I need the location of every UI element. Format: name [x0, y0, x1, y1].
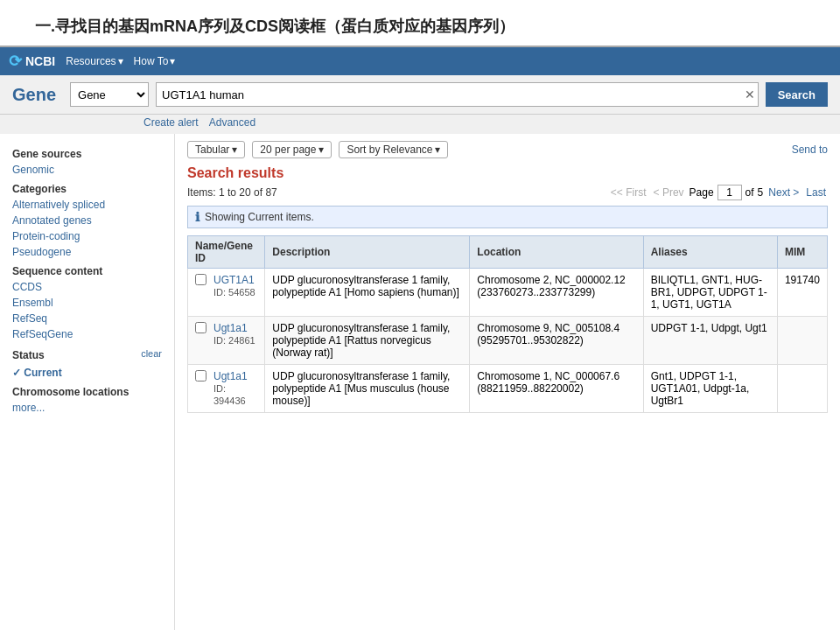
name-cell: Ugt1a1 ID: 24861: [188, 317, 265, 365]
sequence-content-title: Sequence content: [0, 260, 174, 279]
categories-title: Categories: [0, 178, 174, 197]
status-title: Status: [12, 344, 141, 363]
results-toolbar: Tabular ▾ 20 per page ▾ Sort by Relevanc…: [187, 141, 828, 158]
page-of: of: [746, 186, 754, 199]
sidebar-item-current[interactable]: ✓ Current: [0, 365, 174, 381]
search-clear-button[interactable]: ✕: [745, 88, 755, 102]
search-input[interactable]: [156, 82, 759, 107]
description-cell-0: UDP glucuronosyltransferase 1 family, po…: [265, 269, 470, 317]
chevron-down-icon: ▾: [170, 55, 175, 67]
main-layout: Gene sources Genomic Categories Alternat…: [0, 134, 840, 630]
search-links: Create alert Advanced: [0, 115, 840, 134]
status-row: Status clear: [0, 342, 174, 365]
pagination: << First < Prev Page of 5 Next > Last: [609, 185, 828, 200]
chevron-down-icon: ▾: [118, 55, 123, 67]
location-cell-0: Chromosome 2, NC_000002.12 (233760273..2…: [470, 269, 643, 317]
col-header-mim: MIM: [777, 236, 827, 269]
checkmark-icon: ✓: [12, 367, 24, 379]
table-row: UGT1A1 ID: 54658 UDP glucuronosyltransfe…: [188, 269, 828, 317]
row-checkbox-0[interactable]: [195, 274, 206, 285]
results-table: Name/Gene ID Description Location Aliase…: [187, 235, 828, 413]
table-row: Ugt1a1 ID: 24861 UDP glucuronosyltransfe…: [188, 317, 828, 365]
page-label: Page: [690, 186, 714, 199]
content-area: Tabular ▾ 20 per page ▾ Sort by Relevanc…: [175, 134, 840, 630]
top-annotation: 一.寻找目的基因mRNA序列及CDS阅读框（蛋白质对应的基因序列）: [0, 0, 840, 47]
name-cell: UGT1A1 ID: 54658: [188, 269, 265, 317]
sidebar: Gene sources Genomic Categories Alternat…: [0, 134, 175, 630]
col-header-name: Name/Gene ID: [188, 236, 265, 269]
chevron-down-icon: ▾: [318, 144, 324, 156]
aliases-cell-0: BILIQTL1, GNT1, HUG-BR1, UDPGT, UDPGT 1-…: [643, 269, 777, 317]
search-button[interactable]: Search: [766, 82, 828, 107]
ncbi-logo[interactable]: ⟳ NCBI: [9, 52, 55, 71]
sidebar-item-alternatively-spliced[interactable]: Alternatively spliced: [0, 197, 174, 213]
page-total: 5: [758, 186, 764, 199]
aliases-cell-1: UDPGT 1-1, Udpgt, Ugt1: [643, 317, 777, 365]
mim-cell-0: 191740: [777, 269, 827, 317]
showing-text: Showing Current items.: [205, 211, 314, 223]
chromosome-locations-title: Chromosome locations: [0, 381, 174, 400]
row-checkbox-2[interactable]: [195, 370, 206, 382]
per-page-button[interactable]: 20 per page ▾: [252, 141, 332, 158]
aliases-cell-2: Gnt1, UDPGT 1-1, UGT1A01, Udpgt-1a, UgtB…: [643, 365, 777, 413]
gene-id-2: ID: 394436: [214, 383, 246, 406]
last-page-button[interactable]: Last: [804, 186, 828, 199]
row-checkbox-1[interactable]: [195, 322, 206, 333]
sidebar-item-ensembl[interactable]: Ensembl: [0, 295, 174, 311]
tabular-button[interactable]: Tabular ▾: [187, 141, 245, 158]
name-cell: Ugt1a1 ID: 394436: [188, 365, 265, 413]
sidebar-item-refseqgene[interactable]: RefSeqGene: [0, 326, 174, 342]
sort-button[interactable]: Sort by Relevance ▾: [339, 141, 448, 158]
description-cell-2: UDP glucuronosyltransferase 1 family, po…: [265, 365, 470, 413]
status-clear[interactable]: clear: [141, 348, 162, 359]
send-to-button[interactable]: Send to: [792, 144, 828, 156]
info-icon: ℹ: [195, 210, 200, 224]
db-select[interactable]: Gene PubMed Protein Nucleotide: [70, 82, 149, 107]
gene-id-0: ID: 54658: [214, 287, 256, 298]
showing-banner: ℹ Showing Current items.: [187, 206, 828, 228]
sidebar-item-genomic[interactable]: Genomic: [0, 162, 174, 178]
sidebar-item-pseudogene[interactable]: Pseudogene: [0, 244, 174, 260]
col-header-aliases: Aliases: [643, 236, 777, 269]
search-results-title: Search results: [187, 165, 828, 181]
sidebar-item-more[interactable]: more...: [0, 400, 174, 416]
ncbi-header: ⟳ NCBI Resources ▾ How To ▾: [0, 47, 840, 75]
gene-link-0[interactable]: UGT1A1: [214, 274, 255, 286]
location-cell-1: Chromosome 9, NC_005108.4 (95295701..953…: [470, 317, 643, 365]
gene-sources-title: Gene sources: [0, 143, 174, 162]
mim-cell-1: [777, 317, 827, 365]
ncbi-logo-text: NCBI: [25, 54, 55, 68]
mim-cell-2: [777, 365, 827, 413]
gene-link-2[interactable]: Ugt1a1: [214, 370, 248, 382]
sidebar-item-protein-coding[interactable]: Protein-coding: [0, 228, 174, 244]
next-page-button[interactable]: Next >: [766, 186, 801, 199]
prev-page-button[interactable]: < Prev: [652, 186, 686, 199]
nav-howto[interactable]: How To ▾: [134, 55, 176, 67]
chevron-down-icon: ▾: [435, 144, 440, 156]
nav-resources[interactable]: Resources ▾: [66, 55, 122, 67]
page-input[interactable]: [718, 185, 742, 200]
sidebar-item-refseq[interactable]: RefSeq: [0, 311, 174, 326]
sidebar-item-annotated-genes[interactable]: Annotated genes: [0, 213, 174, 228]
description-cell-1: UDP glucuronosyltransferase 1 family, po…: [265, 317, 470, 365]
table-header-row: Name/Gene ID Description Location Aliase…: [188, 236, 828, 269]
col-header-location: Location: [470, 236, 643, 269]
gene-search-bar: Gene Gene PubMed Protein Nucleotide ✕ Se…: [0, 75, 840, 115]
gene-link-1[interactable]: Ugt1a1: [214, 322, 248, 334]
advanced-link[interactable]: Advanced: [209, 116, 256, 129]
items-count: Items: 1 to 20 of 87: [187, 186, 277, 199]
search-input-wrapper: ✕: [156, 82, 759, 107]
col-header-description: Description: [265, 236, 470, 269]
ncbi-logo-icon: ⟳: [9, 52, 22, 71]
results-info-bar: Items: 1 to 20 of 87 << First < Prev Pag…: [187, 185, 828, 200]
chevron-down-icon: ▾: [232, 144, 237, 156]
sidebar-item-ccds[interactable]: CCDS: [0, 279, 174, 295]
location-cell-2: Chromosome 1, NC_000067.6 (88211959..882…: [470, 365, 643, 413]
first-page-button[interactable]: << First: [609, 186, 648, 199]
table-row: Ugt1a1 ID: 394436 UDP glucuronosyltransf…: [188, 365, 828, 413]
create-alert-link[interactable]: Create alert: [144, 116, 199, 129]
gene-title: Gene: [12, 85, 56, 105]
gene-id-1: ID: 24861: [214, 335, 256, 346]
